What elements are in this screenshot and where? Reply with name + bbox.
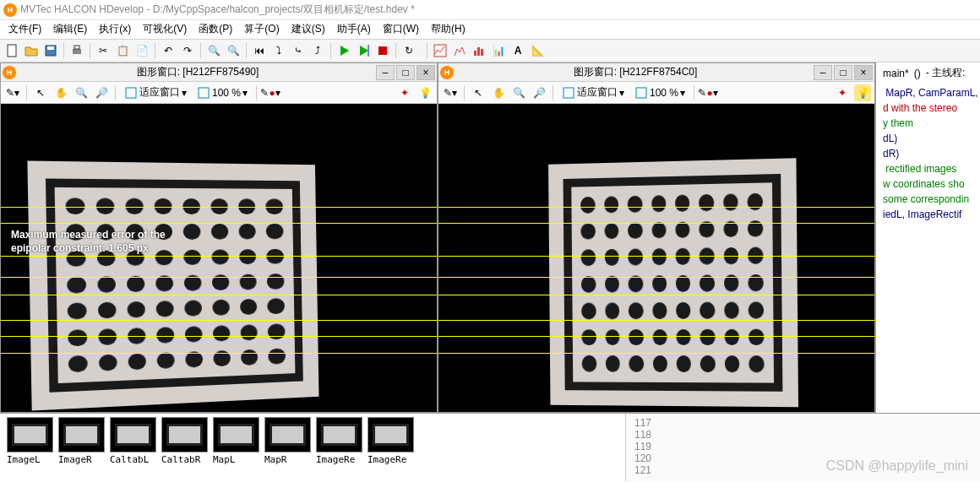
menu-window[interactable]: 窗口(W) <box>378 20 424 39</box>
fit-label: 适应窗口 <box>577 85 618 100</box>
stop-icon[interactable] <box>374 42 391 59</box>
new-icon[interactable] <box>3 42 20 59</box>
minimize-icon[interactable]: – <box>814 65 832 80</box>
graphics-window-left: H 图形窗口: [H212FF875490] – □ × ✎▾ ↖ ✋ 🔍 🔎 … <box>0 62 438 413</box>
menu-edit[interactable]: 编辑(E) <box>48 20 92 39</box>
gview-right[interactable] <box>438 104 874 412</box>
svg-rect-6 <box>378 46 387 55</box>
gwin-left-titlebar: H 图形窗口: [H212FF875490] – □ × <box>1 63 437 82</box>
undo-icon[interactable]: ↶ <box>160 42 177 59</box>
edit-icon[interactable]: ✎▾ <box>4 84 21 101</box>
save-icon[interactable] <box>42 42 59 59</box>
fit-window-combo[interactable]: 适应窗口▾ <box>121 85 190 100</box>
menu-func[interactable]: 函数(P) <box>193 20 237 39</box>
pointer-icon[interactable]: ↖ <box>32 84 49 101</box>
find2-icon[interactable]: 🔍 <box>225 42 242 59</box>
run-icon[interactable] <box>335 42 352 59</box>
graph4-icon[interactable]: 📊 <box>490 42 507 59</box>
step-back-icon[interactable]: ⏮ <box>251 42 268 59</box>
fit-window-combo[interactable]: 适应窗口▾ <box>558 85 628 100</box>
star-icon[interactable]: ✦ <box>396 84 413 101</box>
thumb-MapR[interactable]: MapR <box>264 417 311 478</box>
code-header: main* () - 主线程: <box>878 64 980 82</box>
hand-icon[interactable]: ✋ <box>490 84 507 101</box>
step-over-icon[interactable]: ⤷ <box>290 42 307 59</box>
bulb-icon[interactable]: 💡 <box>416 84 433 101</box>
zoom-in-icon[interactable]: 🔍 <box>73 84 90 101</box>
menu-assist[interactable]: 助手(A) <box>332 20 376 39</box>
step-into-icon[interactable]: ⤵ <box>270 42 287 59</box>
graph3-icon[interactable] <box>471 42 487 59</box>
svg-rect-13 <box>564 88 574 98</box>
window-title: MVTec HALCON HDevelop - D:/MyCppSpace/ha… <box>20 3 415 17</box>
gwin-left-toolbar: ✎▾ ↖ ✋ 🔍 🔎 适应窗口▾ 100 %▾ ✎●▾ ✦ 💡 <box>1 82 437 104</box>
proc-args: () <box>914 68 921 79</box>
title-bar: H MVTec HALCON HDevelop - D:/MyCppSpace/… <box>0 0 980 20</box>
paste-icon[interactable]: 📄 <box>133 42 150 59</box>
record-icon[interactable]: ✎●▾ <box>262 84 279 101</box>
fit-label: 适应窗口 <box>139 85 180 100</box>
reset-icon[interactable]: ↻ <box>400 42 417 59</box>
maximize-icon[interactable]: □ <box>396 65 415 80</box>
svg-rect-4 <box>74 46 79 49</box>
zoom-combo[interactable]: 100 %▾ <box>193 86 251 100</box>
copy-icon[interactable]: 📋 <box>114 42 131 59</box>
overlay-line2: epipolar constraint: 1.605 px <box>11 242 149 254</box>
step-out-icon[interactable]: ⤴ <box>309 42 326 59</box>
pointer-icon[interactable]: ↖ <box>470 84 487 101</box>
zoom-in-icon[interactable]: 🔍 <box>510 84 527 101</box>
star-icon[interactable]: ✦ <box>834 84 851 101</box>
menu-help[interactable]: 帮助(H) <box>426 20 471 39</box>
minimize-icon[interactable]: – <box>376 65 395 80</box>
code-panel: main* () - 主线程: MapR, CamParamL,d with t… <box>875 62 980 413</box>
thumb-ImageRe[interactable]: ImageRe <box>316 417 362 478</box>
svg-rect-0 <box>8 45 16 57</box>
menu-operator[interactable]: 算子(O) <box>239 20 284 39</box>
find-icon[interactable]: 🔍 <box>205 42 222 59</box>
bulb-on-icon[interactable]: 💡 <box>854 84 871 101</box>
svg-rect-8 <box>474 51 476 56</box>
zoom-label: 100 % <box>212 87 241 99</box>
edit-icon[interactable]: ✎▾ <box>442 84 459 101</box>
thumb-CaltabL[interactable]: CaltabL <box>110 417 156 478</box>
graph2-icon[interactable] <box>451 42 468 59</box>
zoom-out-icon[interactable]: 🔎 <box>93 84 110 101</box>
graph1-icon[interactable] <box>432 42 449 59</box>
code-body[interactable]: MapR, CamParamL,d with the stereoy themd… <box>878 82 980 225</box>
hand-icon[interactable]: ✋ <box>52 84 69 101</box>
record-icon[interactable]: ✎●▾ <box>700 84 716 101</box>
workspace: H 图形窗口: [H212FF875490] – □ × ✎▾ ↖ ✋ 🔍 🔎 … <box>0 62 980 414</box>
run-cursor-icon[interactable] <box>355 42 372 59</box>
thumb-MapL[interactable]: MapL <box>213 417 259 478</box>
gwin-right-titlebar: H 图形窗口: [H212FF8754C0] – □ × <box>438 63 874 82</box>
menu-file[interactable]: 文件(F) <box>3 20 46 39</box>
gview-left[interactable]: Maximum measured error of the epipolar c… <box>1 104 437 412</box>
close-icon[interactable]: × <box>416 65 435 80</box>
maximize-icon[interactable]: □ <box>834 65 852 80</box>
open-icon[interactable] <box>23 42 40 59</box>
zoom-combo[interactable]: 100 %▾ <box>631 86 689 100</box>
svg-rect-10 <box>481 49 483 56</box>
gwin-right-toolbar: ✎▾ ↖ ✋ 🔍 🔎 适应窗口▾ 100 %▾ ✎●▾ ✦ 💡 <box>438 82 874 104</box>
thumb-CaltabR[interactable]: CaltabR <box>161 417 208 478</box>
zoom-out-icon[interactable]: 🔎 <box>531 84 547 101</box>
svg-rect-3 <box>73 49 81 54</box>
thread-label: - 主线程: <box>926 66 966 80</box>
print-icon[interactable] <box>68 42 85 59</box>
overlay-line1: Maximum measured error of the <box>11 229 166 241</box>
graphics-window-right: H 图形窗口: [H212FF8754C0] – □ × ✎▾ ↖ ✋ 🔍 🔎 … <box>438 62 875 413</box>
thumb-ImageL[interactable]: ImageL <box>7 417 53 478</box>
ocr-icon[interactable]: A <box>509 42 526 59</box>
close-icon[interactable]: × <box>854 65 873 80</box>
cut-icon[interactable]: ✂ <box>95 42 112 59</box>
proc-name: main* <box>883 68 909 79</box>
menu-visual[interactable]: 可视化(V) <box>138 20 192 39</box>
measure-icon[interactable]: 📐 <box>529 42 546 59</box>
redo-icon[interactable]: ↷ <box>179 42 196 59</box>
gwin-right-title: 图形窗口: [H212FF8754C0] <box>457 65 814 79</box>
menu-suggest[interactable]: 建议(S) <box>286 20 330 39</box>
thumb-ImageR[interactable]: ImageR <box>58 417 105 478</box>
thumb-ImageRe[interactable]: ImageRe <box>368 417 414 478</box>
menu-run[interactable]: 执行(x) <box>94 20 136 39</box>
svg-rect-11 <box>126 88 136 98</box>
